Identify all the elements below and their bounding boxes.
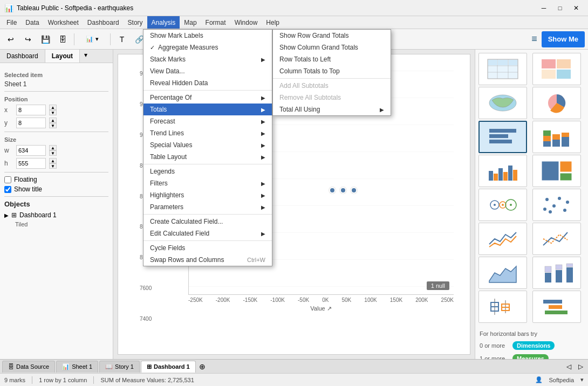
menu-worksheet[interactable]: Worksheet (44, 16, 83, 29)
chart-type-circle[interactable] (478, 189, 527, 221)
chart-type-map-filled[interactable] (478, 87, 527, 119)
svg-point-41 (558, 197, 561, 200)
submenu-show-row-grand[interactable]: Show Row Grand Totals (273, 30, 391, 42)
minimize-button[interactable]: ─ (536, 3, 551, 13)
svg-rect-10 (542, 70, 556, 79)
submenu-total-all-using[interactable]: Total All Using ▶ (273, 104, 391, 115)
dual-bar-icon (541, 262, 573, 284)
svg-point-45 (543, 208, 546, 211)
show-me-icon: ≡ (531, 33, 537, 45)
menu-parameters[interactable]: Parameters ▶ (143, 201, 272, 213)
chart-type-dual-line[interactable] (532, 223, 581, 255)
tab-move-left[interactable]: ◁ (563, 361, 574, 372)
w-input[interactable] (16, 145, 46, 156)
menu-create-calc[interactable]: Create Calculated Field... (143, 216, 272, 228)
h-input[interactable] (16, 158, 46, 169)
tab-data-source[interactable]: 🗄 Data Source (2, 361, 55, 373)
x-spin-down[interactable]: ▼ (49, 110, 57, 115)
h-spin-up[interactable]: ▲ (49, 158, 57, 163)
menu-show-mark-labels[interactable]: Show Mark Labels (143, 30, 272, 42)
menu-trend-lines[interactable]: Trend Lines ▶ (143, 127, 272, 139)
chart-type-gantt[interactable] (532, 291, 581, 323)
svg-rect-22 (562, 137, 569, 147)
chart-type-button[interactable]: 📊 ▾ (78, 32, 106, 47)
menu-data[interactable]: Data (21, 16, 43, 29)
stack-marks-text: Stack Marks (150, 56, 186, 63)
chart-type-area[interactable] (478, 257, 527, 289)
svg-rect-46 (545, 273, 551, 282)
y-spin-up[interactable]: ▲ (49, 118, 57, 123)
tab-dashboard1[interactable]: ⊞ Dashboard 1 (141, 361, 196, 373)
save-button[interactable]: 💾 (38, 32, 53, 47)
chart-type-text-table[interactable] (478, 53, 527, 85)
menu-forecast[interactable]: Forecast ▶ (143, 115, 272, 127)
chart-type-horizontal-bar[interactable] (478, 121, 527, 153)
submenu-show-col-grand[interactable]: Show Column Grand Totals (273, 42, 391, 53)
tab-add-sheet[interactable]: ⊕ (197, 361, 208, 372)
left-panel-add[interactable]: ▾ (81, 50, 91, 63)
menu-cycle-fields[interactable]: Cycle Fields (143, 242, 272, 254)
menu-totals[interactable]: Totals ▶ (143, 104, 272, 115)
statusbar: 9 marks 1 row by 1 column SUM of Measure… (0, 373, 588, 386)
chart-type-line[interactable] (478, 223, 527, 255)
menu-file[interactable]: File (2, 16, 21, 29)
menu-aggregate-measures[interactable]: Aggregate Measures (143, 42, 272, 53)
menu-filters[interactable]: Filters ▶ (143, 177, 272, 189)
menu-format[interactable]: Format (201, 16, 230, 29)
chart-type-box-plot[interactable] (478, 291, 527, 323)
floating-checkbox[interactable] (4, 176, 11, 183)
tab-story1[interactable]: 📖 Story 1 (99, 361, 140, 373)
menu-swap-rows-cols[interactable]: Swap Rows and Columns Ctrl+W (143, 254, 272, 266)
menu-special-values[interactable]: Special Values ▶ (143, 139, 272, 151)
redo-button[interactable]: ↪ (20, 32, 36, 47)
svg-rect-8 (542, 59, 556, 68)
chart-type-stacked-bar[interactable] (532, 121, 581, 153)
menu-stack-marks[interactable]: Stack Marks ▶ (143, 53, 272, 65)
status-sep1 (32, 376, 32, 384)
user-dropdown[interactable]: ▾ (580, 376, 584, 383)
h-spin-down[interactable]: ▼ (49, 163, 57, 169)
swap-rows-cols-shortcut: Ctrl+W (247, 257, 265, 263)
x-spin-up[interactable]: ▲ (49, 105, 57, 110)
menu-percentage-of[interactable]: Percentage Of ▶ (143, 92, 272, 104)
menu-reveal-hidden[interactable]: Reveal Hidden Data (143, 77, 272, 89)
menu-dashboard[interactable]: Dashboard (83, 16, 124, 29)
menu-story[interactable]: Story (124, 16, 147, 29)
w-spin-down[interactable]: ▼ (49, 150, 57, 156)
menu-edit-calc[interactable]: Edit Calculated Field ▶ (143, 228, 272, 239)
w-spin-up[interactable]: ▲ (49, 145, 57, 150)
divider2 (4, 132, 108, 132)
text-button[interactable]: T (114, 32, 129, 47)
chart-type-treemap[interactable] (532, 155, 581, 187)
close-button[interactable]: ✕ (569, 3, 584, 13)
chart-type-scatter[interactable] (532, 189, 581, 221)
undo-button[interactable]: ↩ (3, 32, 18, 47)
menu-help[interactable]: Help (262, 16, 284, 29)
object-name: Dashboard 1 (19, 211, 57, 219)
x-input[interactable] (16, 105, 46, 115)
y-input[interactable] (16, 118, 46, 128)
submenu-row-totals-left[interactable]: Row Totals to Left (273, 53, 391, 65)
submenu-col-totals-top[interactable]: Column Totals to Top (273, 65, 391, 77)
menu-highlighters[interactable]: Highlighters ▶ (143, 189, 272, 201)
menu-analysis[interactable]: Analysis (147, 16, 180, 29)
maximize-button[interactable]: □ (552, 3, 568, 13)
y-spin: ▲ ▼ (49, 118, 57, 128)
tab-move-right[interactable]: ▷ (575, 361, 586, 372)
chart-type-side-by-side[interactable] (478, 155, 527, 187)
show-title-checkbox[interactable] (4, 186, 11, 193)
menu-legends[interactable]: Legends (143, 166, 272, 177)
chart-type-pie[interactable] (532, 87, 581, 119)
new-datasource-button[interactable]: 🗄 (55, 32, 70, 47)
y-spin-down[interactable]: ▼ (49, 123, 57, 128)
menu-window[interactable]: Window (230, 16, 262, 29)
menu-table-layout[interactable]: Table Layout ▶ (143, 151, 272, 163)
tab-sheet1[interactable]: 📊 Sheet 1 (56, 361, 98, 373)
show-me-button[interactable]: Show Me (542, 31, 585, 47)
chart-type-dual-bar[interactable] (532, 257, 581, 289)
menu-map[interactable]: Map (180, 16, 201, 29)
tab-layout[interactable]: Layout (45, 50, 80, 63)
chart-type-heat-map[interactable] (532, 53, 581, 85)
menu-view-data[interactable]: View Data... (143, 65, 272, 77)
tab-dashboard[interactable]: Dashboard (0, 50, 45, 63)
